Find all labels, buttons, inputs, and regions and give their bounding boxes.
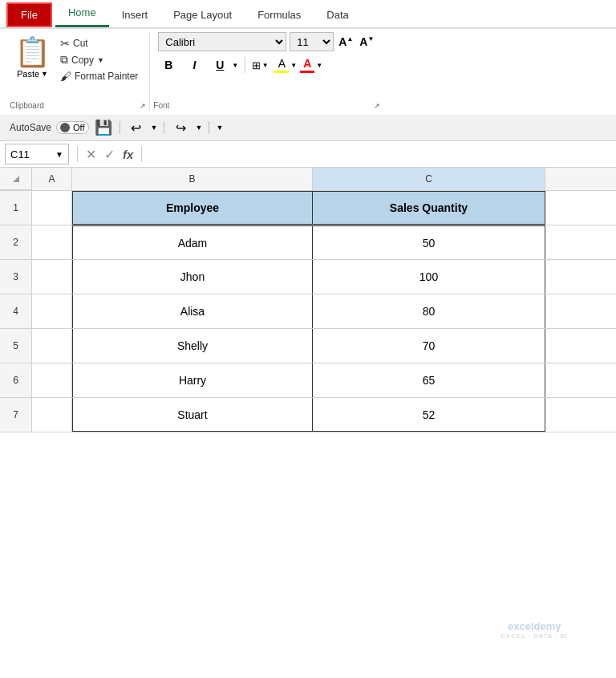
fill-icon: A (278, 57, 286, 70)
cell-c3[interactable]: 100 (313, 260, 545, 294)
paste-dropdown-icon[interactable]: ▼ (41, 70, 48, 78)
tab-file[interactable]: File (6, 2, 52, 27)
save-button[interactable]: 💾 (94, 118, 113, 137)
row-num-3[interactable]: 3 (0, 260, 32, 294)
cell-a5[interactable] (32, 329, 72, 363)
clipboard-right: ✂ Cut ⧉ Copy ▼ 🖌 Format Painter (57, 32, 141, 97)
undo-icon: ↩ (131, 120, 141, 136)
underline-button[interactable]: U (209, 55, 230, 75)
cell-c7[interactable]: 52 (313, 398, 545, 432)
header-employee: Employee (166, 201, 219, 214)
formula-icons: ✕ ✓ fx (86, 147, 133, 162)
row-num-6[interactable]: 6 (0, 363, 32, 397)
cell-b5[interactable]: Shelly (72, 329, 313, 363)
font-expand-icon[interactable]: ↗ (374, 102, 380, 110)
format-painter-button[interactable]: 🖌 Format Painter (57, 68, 141, 84)
cell-a2[interactable] (32, 225, 72, 259)
clipboard-expand-icon[interactable]: ↗ (140, 102, 146, 110)
col-header-b[interactable]: B (72, 168, 313, 190)
header-sales: Sales Quantity (390, 201, 468, 214)
fill-dropdown-icon[interactable]: ▼ (289, 62, 298, 69)
cell-b7[interactable]: Stuart (72, 398, 313, 432)
fill-color-button[interactable]: A (274, 57, 289, 73)
paste-button[interactable]: 📋 Paste ▼ (14, 35, 51, 79)
cell-c6[interactable]: 65 (313, 363, 545, 397)
redo-button[interactable]: ↪ (171, 118, 190, 137)
font-size-wrapper: 11 (290, 32, 334, 51)
watermark-line1: exceldemy (508, 620, 561, 632)
italic-button[interactable]: I (184, 55, 205, 75)
cell-c5[interactable]: 70 (313, 329, 545, 363)
qa-more-icon[interactable]: ▼ (216, 124, 223, 132)
cut-button[interactable]: ✂ Cut (57, 35, 141, 51)
row-num-7[interactable]: 7 (0, 398, 32, 432)
fill-color-bar (274, 71, 289, 73)
qa-divider1 (120, 121, 120, 134)
font-color-bar (300, 71, 314, 73)
cell-c1[interactable]: Sales Quantity (313, 191, 545, 225)
redo-dropdown-icon[interactable]: ▼ (195, 124, 202, 132)
fill-color-wrapper[interactable]: A ▼ (276, 55, 297, 75)
tab-data[interactable]: Data (314, 2, 361, 27)
font-row2: B I U ▼ ⊞ ▼ A ▼ (158, 55, 322, 75)
row-num-4[interactable]: 4 (0, 294, 32, 328)
cell-a3[interactable] (32, 260, 72, 294)
cell-c2[interactable]: 50 (313, 225, 545, 259)
font-color-dropdown-icon[interactable]: ▼ (314, 62, 324, 69)
underline-dropdown-icon[interactable]: ▼ (230, 62, 240, 69)
formula-cancel-icon[interactable]: ✕ (86, 147, 96, 162)
cell-b3[interactable]: Jhon (72, 260, 313, 294)
cell-b6[interactable]: Harry (72, 363, 313, 397)
formula-confirm-icon[interactable]: ✓ (104, 147, 115, 162)
copy-dropdown-icon[interactable]: ▼ (97, 56, 104, 64)
font-grow-button[interactable]: A▲ (337, 33, 355, 51)
formula-fx-icon[interactable]: fx (123, 148, 133, 161)
font-group-label: Font (153, 101, 169, 110)
col-header-c[interactable]: C (313, 168, 545, 190)
cell-a1[interactable] (32, 191, 72, 225)
cut-icon: ✂ (60, 37, 70, 50)
borders-dropdown-icon[interactable]: ▼ (261, 62, 270, 69)
font-color-wrapper[interactable]: A ▼ (302, 55, 322, 75)
font-color-icon: A (303, 57, 311, 70)
font-shrink-button[interactable]: A▼ (358, 33, 375, 51)
table-row: 7 Stuart 52 (0, 398, 616, 432)
autosave-toggle[interactable]: Off (56, 121, 88, 134)
tab-home[interactable]: Home (55, 0, 109, 27)
borders-button[interactable]: ⊞ ▼ (250, 55, 271, 75)
column-headers: A B C (0, 168, 616, 191)
qa-divider2 (164, 121, 164, 134)
cell-ref-dropdown-icon[interactable]: ▼ (55, 150, 63, 159)
cell-b2[interactable]: Adam (72, 225, 313, 259)
formula-input[interactable] (150, 147, 611, 162)
format-painter-icon: 🖌 (60, 70, 71, 83)
bold-button[interactable]: B (158, 55, 179, 75)
tab-page-layout[interactable]: Page Layout (160, 2, 245, 27)
corner-triangle (13, 176, 19, 182)
font-color-button[interactable]: A (300, 57, 314, 73)
toggle-off-label: Off (73, 123, 84, 132)
cell-a4[interactable] (32, 294, 72, 328)
table-row: 4 Alisa 80 (0, 294, 616, 329)
cell-b4[interactable]: Alisa (72, 294, 313, 328)
watermark-line2: EXCEL · DATA · BI (500, 632, 568, 639)
cell-b1[interactable]: Employee (72, 191, 313, 225)
row-num-5[interactable]: 5 (0, 329, 32, 363)
tab-formulas[interactable]: Formulas (245, 2, 314, 27)
cell-a6[interactable] (32, 363, 72, 397)
cell-reference-input[interactable] (10, 148, 55, 160)
copy-button[interactable]: ⧉ Copy ▼ (57, 51, 141, 68)
cell-c4[interactable]: 80 (313, 294, 545, 328)
font-size-select[interactable]: 11 (290, 32, 334, 51)
tab-insert[interactable]: Insert (109, 2, 161, 27)
font-name-select[interactable]: Calibri (158, 32, 286, 51)
cell-a7[interactable] (32, 398, 72, 432)
ribbon: 📋 Paste ▼ ✂ Cut ⧉ Copy ▼ (0, 29, 616, 115)
row-num-2[interactable]: 2 (0, 225, 32, 259)
corner-cell[interactable] (0, 168, 32, 190)
undo-button[interactable]: ↩ (127, 118, 146, 137)
col-header-a[interactable]: A (32, 168, 72, 190)
row-num-1[interactable]: 1 (0, 191, 32, 225)
undo-dropdown-icon[interactable]: ▼ (151, 124, 158, 132)
copy-icon: ⧉ (60, 53, 68, 67)
